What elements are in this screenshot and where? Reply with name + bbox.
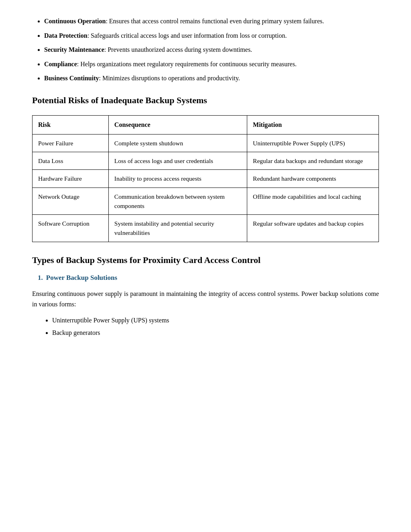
bullet-compliance: Compliance: Helps organizations meet reg…: [44, 59, 379, 69]
col-header-risk: Risk: [33, 116, 109, 135]
table-header-row: Risk Consequence Mitigation: [33, 116, 379, 135]
risk-power-failure: Power Failure: [33, 134, 109, 152]
consequence-hardware-failure: Inability to process access requests: [108, 170, 247, 188]
page-container: Continuous Operation: Ensures that acces…: [0, 0, 411, 366]
term-security-maintenance: Security Maintenance: [44, 46, 104, 53]
power-backup-intro: Ensuring continuous power supply is para…: [32, 289, 379, 309]
mitigation-power-failure: Uninterruptible Power Supply (UPS): [247, 134, 379, 152]
risks-heading: Potential Risks of Inadequate Backup Sys…: [32, 93, 379, 107]
risk-hardware-failure: Hardware Failure: [33, 170, 109, 188]
consequence-software-corruption: System instability and potential securit…: [108, 215, 247, 242]
bullet-continuous-operation: Continuous Operation: Ensures that acces…: [44, 16, 379, 26]
table-row: Power Failure Complete system shutdown U…: [33, 134, 379, 152]
subsection-label: Power Backup Solutions: [46, 272, 117, 283]
bullet-data-protection: Data Protection: Safeguards critical acc…: [44, 31, 379, 41]
risk-data-loss: Data Loss: [33, 152, 109, 170]
bullet-ups: Uninterruptible Power Supply (UPS) syste…: [52, 315, 379, 326]
term-compliance: Compliance: [44, 61, 77, 67]
term-data-protection: Data Protection: [44, 32, 87, 39]
mitigation-software-corruption: Regular software updates and backup copi…: [247, 215, 379, 242]
consequence-data-loss: Loss of access logs and user credentials: [108, 152, 247, 170]
table-row: Software Corruption System instability a…: [33, 215, 379, 242]
risk-software-corruption: Software Corruption: [33, 215, 109, 242]
mitigation-hardware-failure: Redundant hardware components: [247, 170, 379, 188]
col-header-mitigation: Mitigation: [247, 116, 379, 135]
consequence-network-outage: Communication breakdown between system c…: [108, 188, 247, 215]
table-row: Data Loss Loss of access logs and user c…: [33, 152, 379, 170]
term-business-continuity: Business Continuity: [44, 75, 99, 82]
power-backup-list: Uninterruptible Power Supply (UPS) syste…: [32, 315, 379, 338]
subsection-heading-row: 1. Power Backup Solutions: [38, 272, 379, 283]
mitigation-data-loss: Regular data backups and redundant stora…: [247, 152, 379, 170]
consequence-power-failure: Complete system shutdown: [108, 134, 247, 152]
risk-network-outage: Network Outage: [33, 188, 109, 215]
table-row: Network Outage Communication breakdown b…: [33, 188, 379, 215]
mitigation-network-outage: Offline mode capabilities and local cach…: [247, 188, 379, 215]
types-heading: Types of Backup Systems for Proximity Ca…: [32, 254, 379, 266]
col-header-consequence: Consequence: [108, 116, 247, 135]
subsection-number: 1.: [38, 272, 43, 283]
bullet-business-continuity: Business Continuity: Minimizes disruptio…: [44, 73, 379, 84]
types-section: Types of Backup Systems for Proximity Ca…: [32, 254, 379, 338]
risks-table: Risk Consequence Mitigation Power Failur…: [32, 115, 379, 242]
intro-bullet-list: Continuous Operation: Ensures that acces…: [32, 16, 379, 84]
table-row: Hardware Failure Inability to process ac…: [33, 170, 379, 188]
power-backup-subsection: 1. Power Backup Solutions Ensuring conti…: [32, 272, 379, 338]
bullet-security-maintenance: Security Maintenance: Prevents unauthori…: [44, 45, 379, 55]
term-continuous-operation: Continuous Operation: [44, 18, 106, 24]
bullet-generators: Backup generators: [52, 328, 379, 338]
